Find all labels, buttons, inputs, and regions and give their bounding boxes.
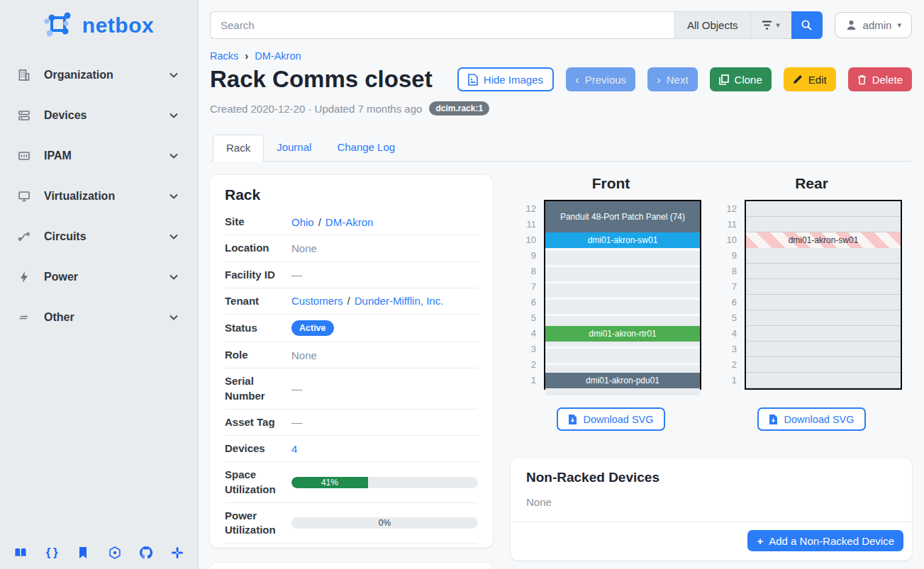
unit-number: 3 [721, 342, 737, 357]
next-button[interactable]: › Next [647, 67, 698, 91]
edit-label: Edit [808, 74, 827, 86]
chevron-down-icon [168, 191, 179, 202]
unit-number: 7 [721, 279, 737, 295]
tab-journal[interactable]: Journal [264, 135, 324, 161]
netbox-community-icon[interactable] [107, 545, 123, 560]
tab-change-log[interactable]: Change Log [324, 135, 408, 161]
plus-icon: + [757, 535, 763, 547]
unit-number: 9 [521, 248, 536, 264]
field-label: Site [225, 215, 291, 229]
bookmark-icon[interactable] [75, 545, 91, 560]
field-value: — [291, 383, 302, 395]
logo-text: netbox [82, 13, 154, 38]
breadcrumb: Racks › DM-Akron [210, 50, 912, 62]
sidebar-item-label: Circuits [44, 230, 168, 243]
rack-unit-device[interactable]: dmi01-akron-rtr01 [545, 326, 700, 342]
download-svg-front-button[interactable]: Download SVG [557, 407, 664, 431]
devices-count-link[interactable]: 4 [291, 443, 297, 455]
rack-unit-device[interactable]: dmi01-akron-sw01 [746, 232, 901, 248]
rear-elevation: Rear 121110987654321 dmi01-akron-sw01 Do… [711, 175, 912, 431]
docs-icon[interactable] [13, 545, 28, 560]
github-icon[interactable] [138, 545, 154, 560]
unit-number: 5 [521, 310, 536, 326]
sidebar-item-label: Organization [44, 69, 168, 81]
account-menu-button[interactable]: admin ▾ [835, 12, 912, 38]
field-label: Role [225, 348, 291, 362]
delete-button[interactable]: Delete [848, 67, 912, 91]
field-location: Location None [225, 235, 478, 261]
slack-icon[interactable] [169, 545, 185, 560]
breadcrumb-site-link[interactable]: DM-Akron [255, 50, 301, 62]
rack-unit-device[interactable]: Panduit 48-Port Patch Panel (74) [545, 201, 700, 232]
sidebar: netbox Organization Devices [0, 0, 199, 569]
field-label: Serial Number [225, 374, 291, 403]
unit-numbers: 121110987654321 [721, 200, 737, 390]
delete-label: Delete [872, 74, 903, 86]
hide-images-button[interactable]: Hide Images [457, 67, 554, 91]
search-input[interactable] [210, 11, 674, 39]
add-non-racked-device-button[interactable]: + Add a Non-Racked Device [747, 530, 903, 551]
unit-number: 6 [521, 295, 536, 310]
unit-number: 9 [721, 248, 737, 264]
created-updated-text: Created 2020-12-20 · Updated 7 months ag… [210, 103, 422, 115]
field-value: — [291, 269, 302, 281]
chevron-right-icon: › [245, 50, 248, 62]
rack-unit-device[interactable]: dmi01-akron-pdu01 [545, 373, 700, 388]
unit-number: 4 [521, 326, 536, 342]
download-svg-rear-button[interactable]: Download SVG [757, 407, 865, 431]
other-lines-icon [17, 310, 33, 325]
status-badge: Active [291, 320, 334, 336]
rack-unit-device[interactable]: dmi01-akron-sw01 [545, 232, 700, 248]
sidebar-item-power[interactable]: Power [3, 263, 195, 291]
code-braces-icon[interactable]: { } [44, 545, 60, 560]
field-asset-tag: Asset Tag — [225, 410, 478, 436]
empty-rack-unit [545, 300, 700, 315]
edit-button[interactable]: Edit [784, 67, 836, 91]
site-region-link[interactable]: Ohio [291, 216, 314, 228]
tab-rack[interactable]: Rack [213, 135, 264, 162]
netbox-logo[interactable]: netbox [0, 0, 198, 48]
sidebar-item-other[interactable]: Other [3, 303, 195, 332]
sidebar-item-organization[interactable]: Organization [3, 61, 195, 89]
breadcrumb-racks-link[interactable]: Racks [210, 50, 238, 62]
separator: / [318, 216, 321, 228]
sidebar-item-ipam[interactable]: IPAM [3, 142, 195, 170]
field-value: None [291, 242, 317, 254]
empty-rack-unit [545, 349, 700, 364]
caret-down-icon: ▾ [897, 21, 901, 30]
file-download-icon [568, 414, 577, 425]
power-utilization-bar: 0% [291, 517, 478, 529]
add-non-racked-device-label: Add a Non-Racked Device [769, 535, 894, 547]
search-filter-button[interactable]: ▾ [750, 11, 791, 39]
empty-rack-unit [746, 326, 901, 342]
previous-button[interactable]: ‹ Previous [566, 67, 635, 91]
clone-button[interactable]: Clone [710, 67, 772, 91]
unit-number: 2 [521, 357, 536, 373]
trash-icon [857, 74, 867, 85]
filter-icon [762, 21, 772, 30]
tenant-link[interactable]: Dunder-Mifflin, Inc. [355, 295, 444, 307]
sidebar-item-label: Virtualization [44, 190, 168, 203]
rear-elevation-title: Rear [795, 175, 828, 192]
sidebar-item-devices[interactable]: Devices [3, 101, 195, 130]
rack-card-title: Rack [225, 186, 478, 203]
field-site: Site Ohio / DM-Akron [225, 209, 478, 235]
unit-number: 12 [721, 201, 737, 217]
search-scope-button[interactable]: All Objects [674, 11, 750, 39]
empty-rack-unit [746, 342, 901, 357]
tenant-group-link[interactable]: Customers [291, 295, 343, 307]
empty-rack-unit [746, 264, 901, 279]
user-icon [845, 19, 857, 31]
non-racked-devices-title: Non-Racked Devices [526, 470, 896, 485]
search-submit-button[interactable] [791, 11, 823, 39]
field-status: Status Active [225, 315, 478, 342]
sidebar-item-virtualization[interactable]: Virtualization [3, 182, 195, 210]
image-file-icon [468, 74, 478, 86]
non-racked-devices-card: Non-Racked Devices None + Add a Non-Rack… [511, 458, 912, 560]
sidebar-item-circuits[interactable]: Circuits [3, 222, 195, 251]
unit-number: 10 [721, 232, 737, 248]
site-link[interactable]: DM-Akron [325, 216, 374, 228]
pencil-icon [793, 74, 803, 84]
object-id-badge: dcim.rack:1 [429, 101, 489, 116]
chevron-down-icon [168, 271, 179, 283]
